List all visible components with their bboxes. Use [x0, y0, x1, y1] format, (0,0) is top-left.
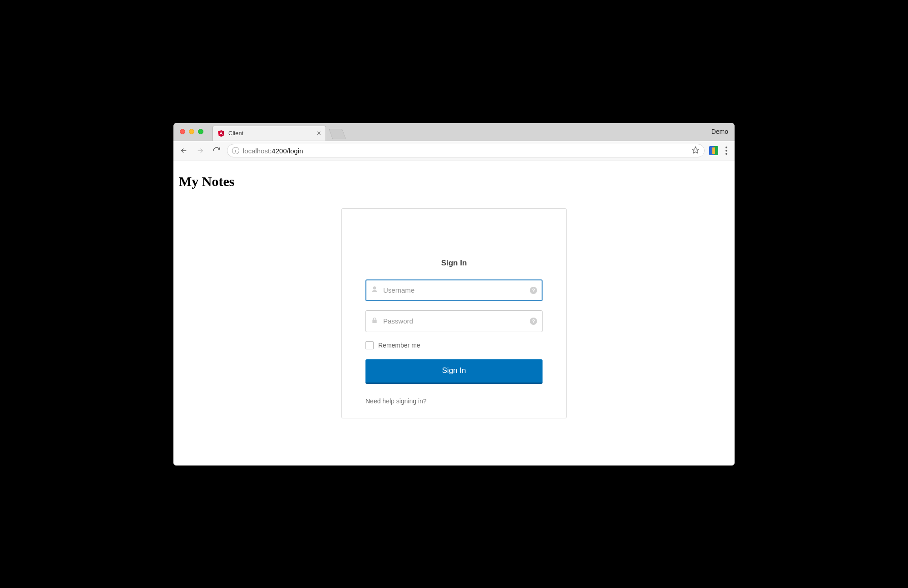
- page-title: My Notes: [179, 174, 730, 189]
- remember-me-label: Remember me: [378, 342, 420, 349]
- remember-me-checkbox[interactable]: Remember me: [365, 341, 543, 349]
- close-tab-icon[interactable]: ×: [317, 130, 321, 137]
- address-bar[interactable]: i localhost:4200/login: [227, 144, 705, 157]
- login-card: Sign In ? ? Remembe: [341, 208, 567, 418]
- window-controls: [173, 123, 210, 141]
- signin-button[interactable]: Sign In: [365, 359, 543, 384]
- demo-label: Demo: [711, 123, 728, 141]
- page-viewport: My Notes Sign In ? ?: [173, 161, 735, 466]
- bookmark-star-icon[interactable]: [691, 146, 700, 156]
- lock-icon: [371, 317, 378, 326]
- tab-title: Client: [228, 130, 243, 137]
- browser-menu-icon[interactable]: [723, 147, 730, 155]
- browser-window: Client × Demo i localhost:4200/login: [173, 123, 735, 466]
- url-text: localhost:4200/login: [243, 147, 303, 155]
- login-card-body: Sign In ? ? Remembe: [342, 243, 566, 418]
- minimize-window-button[interactable]: [189, 129, 194, 134]
- help-signin-link[interactable]: Need help signing in?: [365, 397, 427, 405]
- browser-tab[interactable]: Client ×: [212, 126, 326, 141]
- browser-toolbar: i localhost:4200/login: [173, 141, 735, 161]
- back-button[interactable]: [178, 145, 190, 157]
- new-tab-button[interactable]: [329, 129, 346, 139]
- signin-heading: Sign In: [365, 259, 543, 268]
- help-icon[interactable]: ?: [530, 287, 537, 294]
- forward-button[interactable]: [194, 145, 206, 157]
- login-card-header: [342, 209, 566, 243]
- reload-button[interactable]: [211, 145, 222, 157]
- username-field: ?: [365, 279, 543, 301]
- url-path: :4200/login: [270, 147, 303, 155]
- password-input[interactable]: [365, 310, 543, 332]
- username-input[interactable]: [365, 279, 543, 301]
- zoom-window-button[interactable]: [198, 129, 203, 134]
- angular-icon: [217, 130, 225, 137]
- password-field: ?: [365, 310, 543, 332]
- tab-strip: Client × Demo: [173, 123, 735, 141]
- svg-marker-2: [692, 147, 699, 153]
- url-host: localhost: [243, 147, 270, 155]
- help-icon[interactable]: ?: [530, 318, 537, 325]
- close-window-button[interactable]: [180, 129, 185, 134]
- site-info-icon[interactable]: i: [232, 147, 239, 154]
- extension-icon[interactable]: [709, 146, 718, 155]
- user-icon: [371, 286, 378, 295]
- checkbox-box: [365, 341, 374, 349]
